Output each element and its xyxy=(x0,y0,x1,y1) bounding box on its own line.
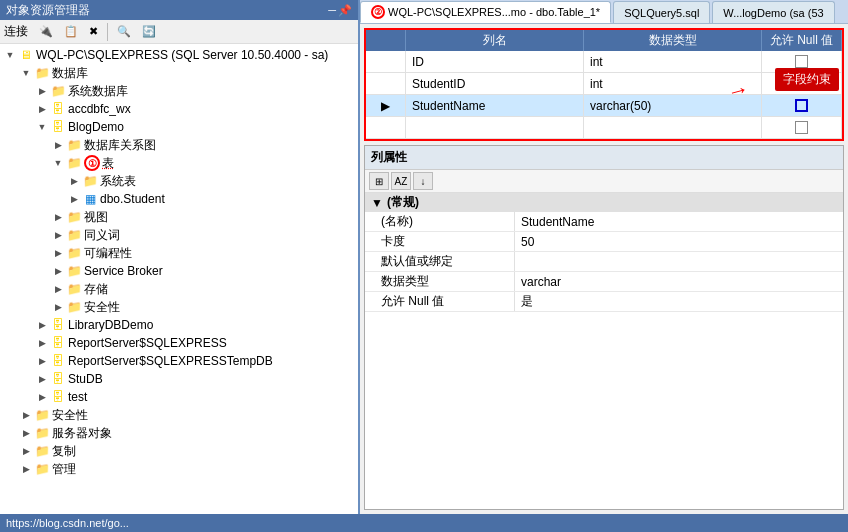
disconnect-button[interactable]: 📋 xyxy=(60,23,82,40)
expand-server-objects[interactable]: ▶ xyxy=(18,425,34,441)
tree-server-objects[interactable]: ▶ 📁 服务器对象 xyxy=(0,424,358,442)
col-name-4 xyxy=(406,117,584,138)
panel-pin[interactable]: 📌 xyxy=(338,4,352,17)
sys-tables-label: 系统表 xyxy=(100,173,136,190)
tree-management[interactable]: ▶ 📁 管理 xyxy=(0,460,358,478)
col-type-header: 数据类型 xyxy=(584,30,762,51)
expand-synonyms[interactable]: ▶ xyxy=(50,227,66,243)
tree-security-top[interactable]: ▶ 📁 安全性 xyxy=(0,406,358,424)
tree-studb[interactable]: ▶ 🗄 StuDB xyxy=(0,370,358,388)
tree-synonyms[interactable]: ▶ 📁 同义词 xyxy=(0,226,358,244)
prop-row-name: (名称) StudentName xyxy=(365,212,843,232)
tree-tables[interactable]: ▼ 📁 ① 表 xyxy=(0,154,358,172)
expand-databases[interactable]: ▼ xyxy=(18,65,34,81)
tree-views[interactable]: ▶ 📁 视图 xyxy=(0,208,358,226)
expand-tables[interactable]: ▼ xyxy=(50,155,66,171)
expand-librarydb[interactable]: ▶ xyxy=(34,317,50,333)
test-icon: 🗄 xyxy=(50,389,66,405)
tree-blogdemo[interactable]: ▼ 🗄 BlogDemo xyxy=(0,118,358,136)
tab-sqlquery[interactable]: SQLQuery5.sql xyxy=(613,1,710,23)
expand-system-db[interactable]: ▶ xyxy=(34,83,50,99)
expand-server[interactable]: ▼ xyxy=(2,47,18,63)
tree-storage[interactable]: ▶ 📁 存储 xyxy=(0,280,358,298)
tree-system-db[interactable]: ▶ 📁 系统数据库 xyxy=(0,82,358,100)
tab-wlogdemo-label: W...logDemo (sa (53 xyxy=(723,7,823,19)
expand-replication[interactable]: ▶ xyxy=(18,443,34,459)
col-nullable-4[interactable] xyxy=(762,117,842,138)
expand-security-db[interactable]: ▶ xyxy=(50,299,66,315)
properties-header: 列属性 xyxy=(365,146,843,170)
expand-reportserver[interactable]: ▶ xyxy=(34,335,50,351)
expand-reportservertemp[interactable]: ▶ xyxy=(34,353,50,369)
management-label: 管理 xyxy=(52,461,76,478)
expand-test[interactable]: ▶ xyxy=(34,389,50,405)
tab-wlogdemo[interactable]: W...logDemo (sa (53 xyxy=(712,1,834,23)
tree-security-db[interactable]: ▶ 📁 安全性 xyxy=(0,298,358,316)
prop-grid-btn[interactable]: ⊞ xyxy=(369,172,389,190)
status-bar: https://blog.csdn.net/go... xyxy=(0,514,848,532)
tree-librarydb[interactable]: ▶ 🗄 LibraryDBDemo xyxy=(0,316,358,334)
security-top-icon: 📁 xyxy=(34,407,50,423)
prop-label-datatype: 数据类型 xyxy=(365,272,515,291)
expand-accdbfc[interactable]: ▶ xyxy=(34,101,50,117)
expand-diagrams[interactable]: ▶ xyxy=(50,137,66,153)
nullable-checkbox-1[interactable] xyxy=(795,55,808,68)
refresh-button[interactable]: 🔄 xyxy=(138,23,160,40)
tree-databases[interactable]: ▼ 📁 数据库 xyxy=(0,64,358,82)
tree-db-diagrams[interactable]: ▶ 📁 数据库关系图 xyxy=(0,136,358,154)
tree-test[interactable]: ▶ 🗄 test xyxy=(0,388,358,406)
prop-value-length: 50 xyxy=(515,232,843,251)
table-row-selected[interactable]: ▶ StudentName varchar(50) xyxy=(366,95,842,117)
tree-reportserver[interactable]: ▶ 🗄 ReportServer$SQLEXPRESS xyxy=(0,334,358,352)
accdbfc-label: accdbfc_wx xyxy=(68,102,131,116)
expand-prog[interactable]: ▶ xyxy=(50,245,66,261)
tab-table-design[interactable]: ② WQL-PC\SQLEXPRES...mo - dbo.Table_1* xyxy=(360,1,611,23)
system-db-icon: 📁 xyxy=(50,83,66,99)
accdbfc-icon: 🗄 xyxy=(50,101,66,117)
tree-reportservertemp[interactable]: ▶ 🗄 ReportServer$SQLEXPRESSTempDB xyxy=(0,352,358,370)
table-row-empty[interactable] xyxy=(366,117,842,139)
expand-sys-tables[interactable]: ▶ xyxy=(66,173,82,189)
table-row[interactable]: ID int xyxy=(366,51,842,73)
synonyms-icon: 📁 xyxy=(66,227,82,243)
nullable-checkbox-3[interactable] xyxy=(795,99,808,112)
replication-icon: 📁 xyxy=(34,443,50,459)
expand-storage[interactable]: ▶ xyxy=(50,281,66,297)
expand-management[interactable]: ▶ xyxy=(18,461,34,477)
table-row[interactable]: StudentID int xyxy=(366,73,842,95)
col-name-2: StudentID xyxy=(406,73,584,94)
nullable-checkbox-4[interactable] xyxy=(795,121,808,134)
expand-views[interactable]: ▶ xyxy=(50,209,66,225)
tree-dbo-student[interactable]: ▶ ▦ dbo.Student xyxy=(0,190,358,208)
col-nullable-3[interactable] xyxy=(762,95,842,116)
section-expand[interactable]: ▼ xyxy=(371,196,383,210)
prop-az-btn[interactable]: AZ xyxy=(391,172,411,190)
stop-button[interactable]: ✖ xyxy=(85,23,102,40)
expand-security-top[interactable]: ▶ xyxy=(18,407,34,423)
filter-button[interactable]: 🔍 xyxy=(113,23,135,40)
expand-blogdemo[interactable]: ▼ xyxy=(34,119,50,135)
tree-service-broker[interactable]: ▶ 📁 Service Broker xyxy=(0,262,358,280)
tree-system-tables[interactable]: ▶ 📁 系统表 xyxy=(0,172,358,190)
tree-accdbfc[interactable]: ▶ 🗄 accdbfc_wx xyxy=(0,100,358,118)
col-name-3: StudentName xyxy=(406,95,584,116)
databases-label: 数据库 xyxy=(52,65,88,82)
tree-server[interactable]: ▼ 🖥 WQL-PC\SQLEXPRESS (SQL Server 10.50.… xyxy=(0,46,358,64)
current-row-arrow: ▶ xyxy=(381,99,390,113)
prop-label-name: (名称) xyxy=(365,212,515,231)
tables-icon: 📁 xyxy=(66,155,82,171)
studb-icon: 🗄 xyxy=(50,371,66,387)
expand-student[interactable]: ▶ xyxy=(66,191,82,207)
prop-down-btn[interactable]: ↓ xyxy=(413,172,433,190)
expand-sb[interactable]: ▶ xyxy=(50,263,66,279)
row-indicator-1 xyxy=(366,51,406,72)
circle-annotation-1: ① xyxy=(84,155,100,171)
pin-button[interactable]: ─ xyxy=(328,4,336,17)
server-icon: 🖥 xyxy=(18,47,34,63)
connect-button[interactable]: 🔌 xyxy=(35,23,57,40)
expand-studb[interactable]: ▶ xyxy=(34,371,50,387)
tree-programmability[interactable]: ▶ 📁 可编程性 xyxy=(0,244,358,262)
tree-replication[interactable]: ▶ 📁 复制 xyxy=(0,442,358,460)
row-indicator-4 xyxy=(366,117,406,138)
views-icon: 📁 xyxy=(66,209,82,225)
